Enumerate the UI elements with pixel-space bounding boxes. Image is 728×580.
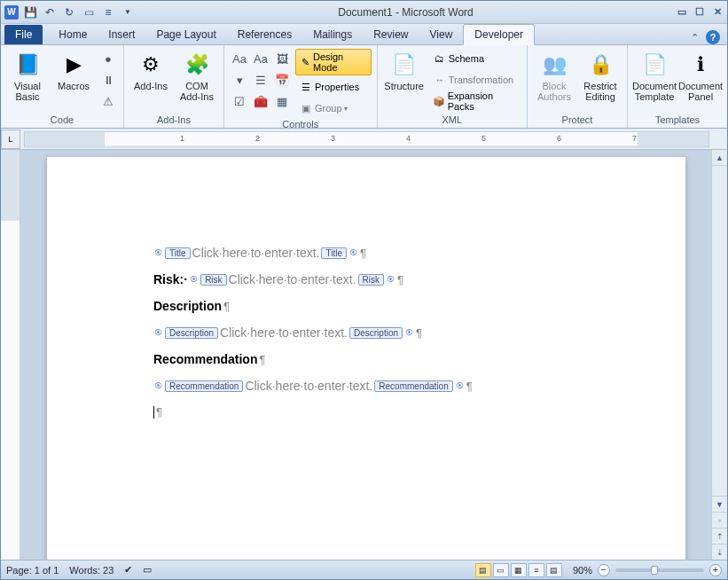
- document-panel-button[interactable]: ℹ Document Panel: [679, 49, 722, 104]
- cc-tag-start: Recommendation: [165, 380, 243, 392]
- browse-object-icon[interactable]: ◦: [712, 512, 727, 528]
- transformation-icon: ↔: [433, 74, 447, 85]
- view-fullscreen-icon[interactable]: ▭: [493, 563, 509, 577]
- macros-button[interactable]: ▶ Macros: [52, 49, 95, 93]
- visual-basic-button[interactable]: 📘 Visual Basic: [6, 49, 49, 104]
- pilcrow-icon: ¶: [466, 380, 473, 393]
- app-window: W 💾 ↶ ↻ ▭ ≡ ▼ Document1 - Microsoft Word…: [0, 0, 728, 580]
- qat-dropdown-icon[interactable]: ▼: [120, 4, 136, 20]
- restrict-editing-button[interactable]: 🔒 Restrict Editing: [579, 49, 622, 104]
- insert-mode-icon[interactable]: ▭: [143, 564, 152, 576]
- vertical-ruler[interactable]: [1, 150, 20, 560]
- control-date-icon[interactable]: 📅: [272, 70, 292, 90]
- document-page[interactable]: ⦿ Title Click·here·to·enter·text. Title …: [47, 157, 685, 560]
- zoom-out-button[interactable]: −: [598, 564, 610, 576]
- record-macro-icon[interactable]: ●: [98, 49, 118, 68]
- expansion-packs-button[interactable]: 📦Expansion Packs: [429, 91, 521, 111]
- close-button[interactable]: ✕: [711, 7, 724, 18]
- scroll-up-icon[interactable]: ▲: [712, 150, 727, 166]
- vertical-scrollbar[interactable]: ▲ ▼ ◦ ⇡ ⇣: [711, 150, 727, 560]
- heading-description: Description¶: [153, 299, 579, 313]
- ribbon-group-protect: 👥 Block Authors 🔒 Restrict Editing Prote…: [528, 45, 628, 128]
- block-authors-button[interactable]: 👥 Block Authors: [533, 49, 575, 104]
- qat-icon-2[interactable]: ≡: [100, 4, 116, 20]
- tab-file[interactable]: File: [4, 25, 43, 44]
- view-draft-icon[interactable]: ▤: [546, 563, 562, 577]
- group-button[interactable]: ▣ Group▾: [295, 98, 372, 118]
- control-checkbox-icon[interactable]: ☑: [230, 91, 249, 111]
- ribbon-group-templates: 📄 Document Template ℹ Document Panel Tem…: [628, 45, 727, 128]
- pause-macro-icon[interactable]: ⏸: [98, 70, 118, 90]
- design-mode-button[interactable]: ✎ Design Mode: [295, 49, 372, 75]
- pilcrow-icon: ¶: [360, 247, 366, 260]
- properties-button[interactable]: ☰ Properties: [295, 77, 372, 97]
- tab-view[interactable]: View: [419, 25, 464, 44]
- cc-tag-start: Title: [165, 247, 191, 259]
- scroll-track[interactable]: [712, 166, 727, 496]
- content-control-description[interactable]: ⦿ Description Click·here·to·enter·text. …: [153, 325, 579, 340]
- ribbon-minimize-icon[interactable]: ⌃: [691, 32, 699, 43]
- properties-icon: ☰: [299, 82, 313, 93]
- view-outline-icon[interactable]: ≡: [528, 563, 544, 577]
- pilcrow-icon: ¶: [416, 326, 422, 340]
- qat-icon-1[interactable]: ▭: [81, 4, 97, 20]
- schema-button[interactable]: 🗂Schema: [429, 49, 521, 68]
- prev-page-icon[interactable]: ⇡: [712, 528, 727, 544]
- control-combo-icon[interactable]: ▾: [230, 70, 249, 90]
- zoom-control: 90% − +: [573, 564, 722, 576]
- macro-security-icon[interactable]: ⚠: [98, 91, 118, 111]
- tab-insert[interactable]: Insert: [98, 25, 145, 44]
- zoom-thumb[interactable]: [651, 566, 658, 575]
- minimize-button[interactable]: ▭: [676, 7, 688, 18]
- horizontal-ruler[interactable]: 1 2 3 4 5 6 7: [24, 131, 709, 147]
- next-page-icon[interactable]: ⇣: [712, 544, 727, 560]
- maximize-button[interactable]: ☐: [693, 7, 706, 18]
- expansion-icon: 📦: [433, 96, 446, 107]
- structure-button[interactable]: 📄 Structure: [383, 49, 426, 93]
- block-authors-icon: 👥: [540, 51, 568, 79]
- addins-button[interactable]: ⚙ Add-Ins: [129, 49, 172, 93]
- line-risk: Risk:· ⦿ Risk Click·here·to·enter·text. …: [153, 272, 579, 286]
- control-plaintext-icon[interactable]: Aa: [251, 49, 270, 68]
- view-web-icon[interactable]: ▦: [511, 563, 527, 577]
- control-richtext-icon[interactable]: Aa: [230, 49, 249, 68]
- help-icon[interactable]: ?: [706, 30, 720, 44]
- control-legacy-icon[interactable]: 🧰: [251, 91, 270, 111]
- tab-developer[interactable]: Developer: [463, 24, 535, 45]
- window-title: Document1 - Microsoft Word: [136, 6, 676, 19]
- tab-selector[interactable]: L: [1, 129, 20, 149]
- heading-recommendation: Recommendation¶: [153, 352, 579, 366]
- tab-review[interactable]: Review: [363, 25, 419, 44]
- ribbon-group-addins: ⚙ Add-Ins 🧩 COM Add-Ins Add-Ins: [124, 45, 224, 128]
- document-template-button[interactable]: 📄 Document Template: [633, 49, 676, 104]
- template-icon: 📄: [640, 51, 669, 79]
- status-words[interactable]: Words: 23: [69, 565, 114, 576]
- tab-page-layout[interactable]: Page Layout: [145, 25, 226, 44]
- view-print-layout-icon[interactable]: ▤: [475, 563, 491, 577]
- document-viewport[interactable]: ⦿ Title Click·here·to·enter·text. Title …: [20, 150, 711, 560]
- word-app-icon[interactable]: W: [4, 5, 19, 20]
- empty-line[interactable]: ¶: [153, 405, 579, 419]
- control-buildingblock-icon[interactable]: ▦: [272, 91, 292, 111]
- save-icon[interactable]: 💾: [22, 4, 38, 20]
- redo-icon[interactable]: ↻: [61, 4, 77, 20]
- control-picture-icon[interactable]: 🖼: [272, 49, 292, 68]
- tab-home[interactable]: Home: [48, 25, 98, 44]
- zoom-slider[interactable]: [615, 568, 704, 572]
- zoom-level[interactable]: 90%: [573, 565, 592, 576]
- scroll-down-icon[interactable]: ▼: [712, 496, 727, 512]
- status-page[interactable]: Page: 1 of 1: [6, 565, 59, 576]
- control-dropdown-icon[interactable]: ☰: [251, 70, 270, 90]
- zoom-in-button[interactable]: +: [709, 564, 722, 576]
- proofing-icon[interactable]: ✔: [124, 564, 132, 576]
- tab-references[interactable]: References: [227, 25, 302, 44]
- content-control-title[interactable]: ⦿ Title Click·here·to·enter·text. Title …: [153, 246, 579, 260]
- transformation-button[interactable]: ↔Transformation: [429, 70, 521, 90]
- undo-icon[interactable]: ↶: [42, 4, 58, 20]
- com-addins-button[interactable]: 🧩 COM Add-Ins: [176, 49, 218, 104]
- structure-icon: 📄: [390, 51, 419, 79]
- tab-mailings[interactable]: Mailings: [302, 25, 363, 44]
- content-control-recommendation[interactable]: ⦿ Recommendation Click·here·to·enter·tex…: [153, 379, 579, 393]
- cc-tag-end: Recommendation: [374, 380, 452, 392]
- cc-tag-end: Risk: [358, 274, 384, 286]
